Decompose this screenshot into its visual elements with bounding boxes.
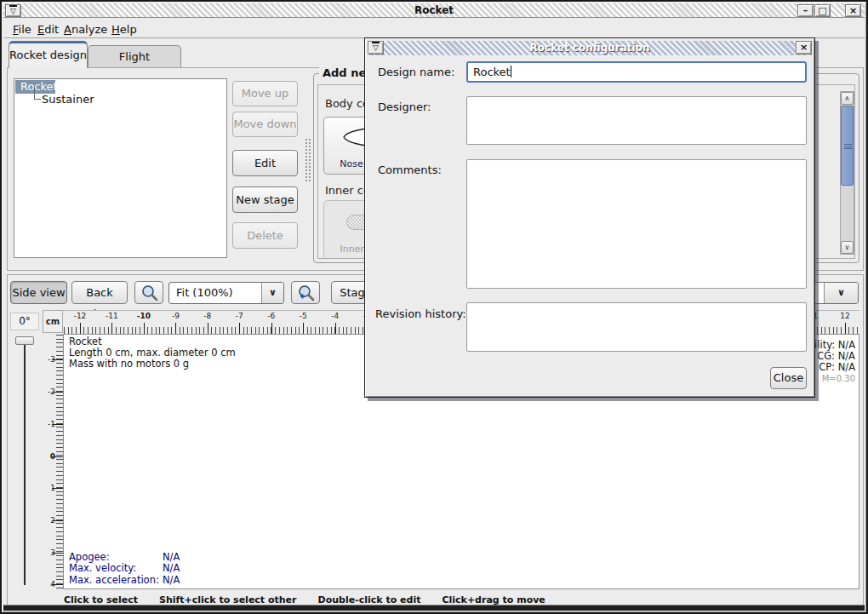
flight-data-text: Apogee:N/A Max. velocity:N/A Max. accele…: [69, 552, 180, 586]
rotation-slider-handle[interactable]: [15, 336, 34, 345]
scrollbar-grip-icon: [844, 144, 852, 149]
ruler-label: -6: [267, 312, 275, 320]
ruler-tick: [52, 456, 63, 457]
zoom-level-combo[interactable]: Fit (100%) ∨: [168, 282, 284, 304]
text-caret: [511, 66, 511, 77]
ruler-label: -12: [74, 312, 87, 320]
ruler-label: -11: [106, 312, 118, 320]
menu-analyze[interactable]: Analyze: [61, 21, 110, 37]
configuration-combo-chevron-down-icon[interactable]: ∨: [824, 283, 858, 303]
scrollbar-thumb[interactable]: [841, 106, 854, 186]
comments-textarea[interactable]: [466, 159, 807, 289]
zoom-in-button[interactable]: [291, 281, 320, 304]
zoom-combo-chevron-down-icon[interactable]: ∨: [261, 283, 283, 303]
scrollbar-up-button[interactable]: ∧: [841, 92, 854, 105]
zoom-out-icon: [140, 284, 159, 302]
design-name-label: Design name:: [378, 66, 454, 78]
delete-button[interactable]: Delete: [232, 222, 298, 249]
ruler-tick: [52, 359, 63, 360]
dialog-close-action-button[interactable]: Close: [770, 367, 807, 389]
ruler-tick: [52, 488, 63, 489]
scroll-down-icon: ∨: [845, 244, 850, 251]
zoom-level-value: Fit (100%): [176, 286, 233, 299]
dialog-close-button[interactable]: ×: [796, 41, 812, 55]
tree-connector-line: [34, 87, 41, 100]
ruler-tick: [845, 323, 846, 334]
ruler-tick: [52, 520, 63, 521]
ruler-tick: [52, 392, 63, 393]
title-bar[interactable]: ▽ Rocket – □ ×: [3, 3, 865, 18]
vertical-ruler: -3-2-101234: [43, 334, 63, 589]
close-button[interactable]: ×: [845, 4, 861, 17]
ruler-label: -9: [172, 312, 180, 320]
revision-history-textarea[interactable]: [466, 302, 807, 352]
ruler-label: -7: [236, 312, 243, 320]
scroll-up-icon: ∧: [845, 95, 850, 102]
move-up-button[interactable]: Move up: [232, 81, 298, 106]
back-view-button[interactable]: Back view: [71, 281, 128, 304]
minimize-button[interactable]: –: [797, 4, 814, 17]
scrollbar-down-button[interactable]: ∨: [841, 241, 854, 254]
ruler-label: -4: [331, 312, 339, 320]
ruler-tick: [80, 323, 81, 334]
close-icon: ×: [849, 5, 857, 16]
window-bottom-frame: [3, 605, 865, 611]
ruler-tick: [52, 584, 63, 585]
ruler-tick: [52, 553, 63, 554]
rocket-info-text: Rocket Length 0 cm, max. diameter 0 cm M…: [69, 336, 236, 370]
edit-button[interactable]: Edit: [232, 150, 298, 176]
ruler-tick: [335, 323, 336, 334]
ruler-tick: [239, 323, 240, 334]
ruler-label: 12: [840, 312, 849, 320]
designer-label: Designer:: [378, 100, 431, 113]
ruler-tick: [271, 323, 272, 334]
ruler-tick: [52, 424, 63, 425]
menu-bar: File Edit Analyze Help: [3, 19, 865, 38]
menu-file[interactable]: File: [10, 21, 34, 37]
revision-history-label: Revision history:: [375, 307, 466, 320]
ruler-label: -10: [137, 312, 151, 320]
rocket-configuration-dialog: ▽ Rocket configuration × Design name: Ro…: [364, 37, 815, 398]
ruler-tick: [144, 323, 145, 334]
tab-rocket-design[interactable]: Rocket design: [9, 41, 88, 68]
new-stage-button[interactable]: New stage: [232, 186, 298, 213]
ruler-unit-label: cm: [43, 310, 63, 333]
ruler-label: -5: [300, 312, 307, 320]
maximize-icon: □: [818, 5, 826, 16]
comments-label: Comments:: [378, 164, 442, 176]
tree-item-sustainer[interactable]: Sustainer: [42, 93, 94, 106]
splitter-handle[interactable]: [305, 138, 312, 182]
side-view-button[interactable]: Side view: [10, 281, 67, 304]
rotation-slider-track: [24, 344, 26, 585]
maximize-button[interactable]: □: [814, 4, 831, 17]
component-scrollbar[interactable]: ∧ ∨: [840, 91, 854, 255]
window-title: Rocket: [3, 4, 865, 16]
component-tree[interactable]: Rocket Sustainer: [14, 78, 227, 258]
menu-edit[interactable]: Edit: [35, 21, 61, 37]
dialog-title-bar[interactable]: ▽ Rocket configuration ×: [368, 41, 812, 55]
zoom-out-button[interactable]: [134, 281, 163, 304]
minimize-icon: –: [803, 5, 808, 16]
ruler-tick: [208, 323, 208, 334]
zoom-in-icon: [297, 284, 316, 302]
designer-textarea[interactable]: [466, 96, 807, 145]
rotation-angle-label: 0°: [10, 313, 39, 330]
ruler-tick: [303, 323, 304, 334]
move-down-button[interactable]: Move down: [232, 112, 298, 137]
design-name-input[interactable]: Rocket: [466, 61, 807, 83]
ruler-tick: [111, 323, 112, 334]
ruler-tick: [175, 323, 176, 334]
tab-flight-simulations[interactable]: Flight simulations: [88, 45, 181, 68]
dialog-close-icon: ×: [800, 42, 808, 53]
menu-help[interactable]: Help: [109, 21, 140, 37]
dialog-title: Rocket configuration: [368, 42, 812, 54]
ruler-label: -8: [203, 312, 211, 320]
